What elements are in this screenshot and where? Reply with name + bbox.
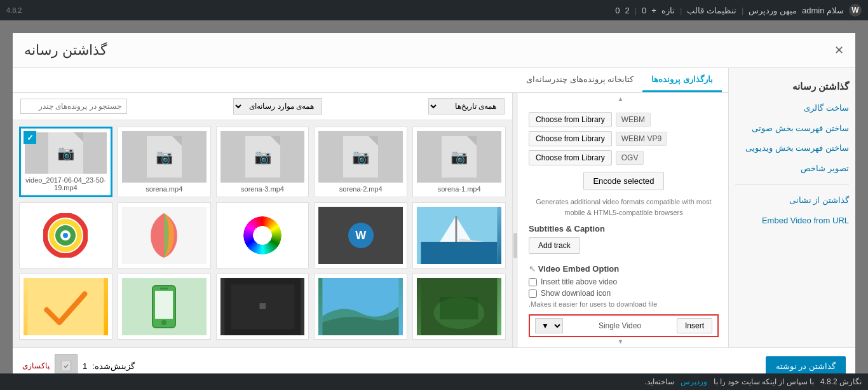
- format-row-ogv: Choose from Library OGV: [529, 150, 719, 165]
- media-search-input[interactable]: [20, 99, 127, 114]
- media-item-green[interactable]: [412, 274, 506, 340]
- encode-selected-btn[interactable]: Encode selected: [583, 172, 663, 190]
- selected-thumb-icon: [60, 359, 72, 372]
- media-item-feather[interactable]: [118, 202, 211, 268]
- status-built-text: ساخته‌اید.: [644, 377, 674, 386]
- video-selected-name: video_2017-06-04_23-50-19.mp4: [25, 176, 107, 192]
- subtitles-title: Subtitles & Caption: [529, 224, 719, 233]
- media-item-sorena2[interactable]: 📷 sorena-2.mp4: [314, 127, 407, 197]
- media-item-boat[interactable]: [412, 202, 506, 268]
- sidebar-link-embed-video[interactable]: Embed Video from URL: [735, 214, 849, 227]
- media-sidebar: گذاشتن رسانه ساخت گالری ساختن فهرست بخش …: [728, 68, 855, 347]
- choose-library-webm-vp9-btn[interactable]: Choose from Library: [529, 131, 612, 146]
- sorena3-thumb: 📷: [220, 131, 305, 183]
- scroll-thumb[interactable]: [513, 233, 517, 258]
- camera-icon: 📷: [451, 149, 468, 165]
- main-background: ✕ گذاشتن رسانه گذاشتن رسانه ساخت گالری س…: [0, 20, 868, 390]
- media-item-ring[interactable]: [216, 202, 309, 268]
- modal-tabs: بارگذاری پرونده‌ها کتابخانه پرونده‌های چ…: [13, 68, 728, 93]
- modal-body: گذاشتن رسانه ساخت گالری ساختن فهرست بخش …: [13, 68, 855, 347]
- show-download-label: Show download icon: [541, 289, 611, 298]
- selected-count-label: گزینش‌شده:: [92, 361, 135, 371]
- media-item-video-selected[interactable]: ✓ 📷 video_2017-06-04_23-50-19.mp4: [19, 127, 112, 197]
- dark-svg: ■: [220, 278, 305, 335]
- insert-title-checkbox[interactable]: [529, 278, 537, 286]
- video-doc-icon-2: 📷: [343, 136, 378, 178]
- phone-svg: [151, 284, 177, 329]
- dark-thumb: ■: [220, 278, 305, 335]
- format-row-webm: Choose from Library WEBM: [529, 112, 719, 127]
- media-item-phone[interactable]: [118, 274, 211, 340]
- admin-menu-user[interactable]: 0: [615, 6, 620, 15]
- media-item-sorena3[interactable]: 📷 sorena-3.mp4: [216, 127, 309, 197]
- admin-bar-right: 4.8.2: [6, 6, 22, 14]
- colorful-svg: [43, 213, 88, 258]
- sidebar-link-featured-image[interactable]: تصویر شاخص: [735, 162, 849, 175]
- scroll-track: [513, 93, 518, 347]
- media-item-partial[interactable]: [19, 274, 112, 340]
- video-doc-icon-3: 📷: [245, 136, 280, 178]
- admin-menu-comments[interactable]: 0: [642, 6, 646, 15]
- partial-thumb: [24, 278, 108, 335]
- video-doc-icon-4: 📷: [147, 136, 182, 178]
- svg-rect-3: [456, 216, 458, 242]
- svg-point-8: [63, 233, 68, 238]
- date-filter-select[interactable]: همه‌ی تاریخ‌ها: [428, 98, 505, 115]
- admin-menu-plus[interactable]: +: [651, 6, 656, 15]
- admin-menu-new[interactable]: تازه: [661, 6, 675, 15]
- multicolor-ring-icon: [243, 216, 281, 254]
- choose-library-webm-btn[interactable]: Choose from Library: [529, 112, 612, 127]
- feather-svg: [142, 210, 186, 261]
- admin-menu-home[interactable]: میهن وردپرس: [749, 6, 797, 15]
- admin-bar-version: 4.8.2: [6, 6, 22, 14]
- insert-title-row: Insert title above video: [529, 277, 719, 286]
- insert-type-select[interactable]: ▼: [535, 318, 563, 333]
- admin-menu-updates[interactable]: 2: [625, 6, 629, 15]
- insert-button[interactable]: Insert: [677, 318, 712, 333]
- camera-icon-3: 📷: [254, 149, 271, 165]
- admin-menu-theme[interactable]: تنظیمات قالب: [687, 6, 736, 15]
- media-item-sorena[interactable]: 📷 sorena.mp4: [118, 127, 211, 197]
- show-download-row: Show download icon: [529, 289, 719, 298]
- admin-bar-left: W سلام admin میهن وردپرس | تنظیمات قالب …: [615, 4, 862, 17]
- scroll-arrow-up[interactable]: ▲: [523, 95, 718, 102]
- status-bar: نگارش 4.8.2 با سپاس از اینکه سایت خود را…: [0, 373, 868, 390]
- insert-post-button[interactable]: گذاشتن در نوشته: [766, 356, 846, 376]
- svg-rect-17: [155, 291, 173, 319]
- svg-text:■: ■: [259, 298, 266, 312]
- insert-row: ▼ Single Video Insert: [529, 314, 719, 337]
- choose-library-ogv-btn[interactable]: Choose from Library: [529, 150, 612, 165]
- media-item-wp[interactable]: W: [314, 202, 407, 268]
- tab-upload[interactable]: بارگذاری پرونده‌ها: [642, 68, 722, 92]
- format-row-webm-vp9: Choose from Library WEBM VP9: [529, 131, 719, 146]
- deselect-link[interactable]: پاکسازی: [22, 361, 50, 370]
- sidebar-link-gallery[interactable]: ساخت گالری: [735, 102, 849, 115]
- wp-logo-icon: W: [849, 4, 862, 17]
- svg-rect-1: [421, 242, 498, 264]
- media-item-colorful[interactable]: [19, 202, 112, 268]
- modal-close-button[interactable]: ✕: [834, 45, 844, 56]
- content-area: ▲ Choose from Library WEBM Choose from L…: [13, 93, 728, 347]
- encode-desc: Generates additional video formats compa…: [529, 197, 719, 218]
- partial-svg: [24, 278, 108, 335]
- media-item-dark[interactable]: ■: [216, 274, 309, 340]
- media-item-map[interactable]: [314, 274, 407, 340]
- sorena-name: sorena.mp4: [122, 185, 207, 193]
- type-filter-select[interactable]: همه‌ی موارد رسانه‌ای: [233, 98, 322, 115]
- tab-library[interactable]: کتابخانه پرونده‌های چندرسانه‌ای: [517, 68, 642, 92]
- left-panel-inner: Choose from Library WEBM Choose from Lib…: [519, 106, 728, 344]
- modal-title: گذاشتن رسانه: [24, 42, 107, 59]
- webm-vp9-label: WEBM VP9: [616, 132, 667, 146]
- sidebar-link-insert-from-url[interactable]: گذاشتن از نشانی: [735, 194, 849, 207]
- svg-point-18: [161, 320, 166, 325]
- show-download-checkbox[interactable]: [529, 289, 537, 298]
- ogv-label: OGV: [616, 151, 644, 165]
- admin-bar: W سلام admin میهن وردپرس | تنظیمات قالب …: [0, 0, 868, 20]
- download-hint: .Makes it easier for users to download f…: [529, 300, 719, 308]
- scroll-arrow-down[interactable]: ▼: [523, 338, 718, 345]
- sidebar-link-audio-playlist[interactable]: ساختن فهرست بخش صوتی: [735, 122, 849, 135]
- status-wp-link[interactable]: وردپرس: [681, 377, 707, 386]
- add-track-btn[interactable]: Add track: [529, 237, 580, 254]
- sidebar-link-video-playlist[interactable]: ساختن فهرست بخش ویدیویی: [735, 142, 849, 155]
- media-item-sorena1[interactable]: 📷 sorena-1.mp4: [412, 127, 506, 197]
